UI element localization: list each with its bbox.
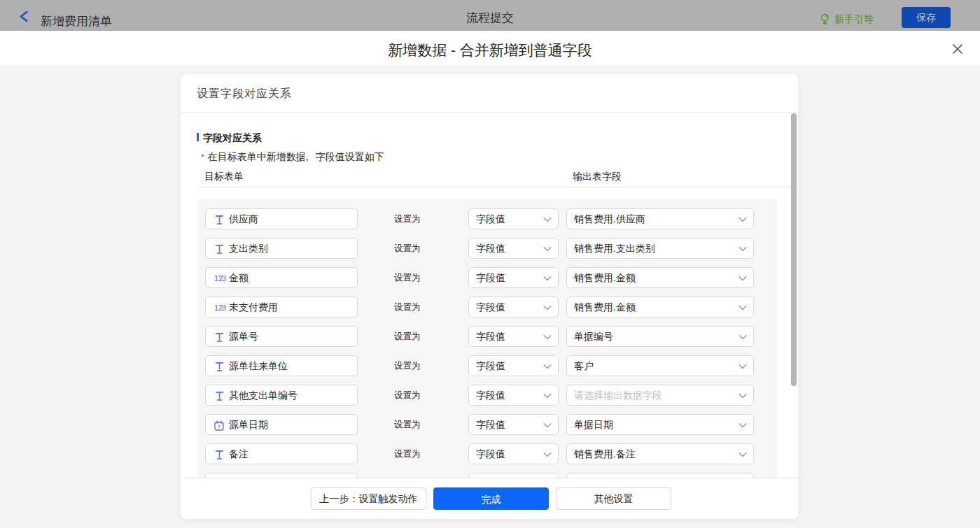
svg-text:7: 7 (218, 424, 221, 430)
svg-text:3: 3 (222, 304, 226, 312)
svg-text:3: 3 (222, 274, 226, 283)
